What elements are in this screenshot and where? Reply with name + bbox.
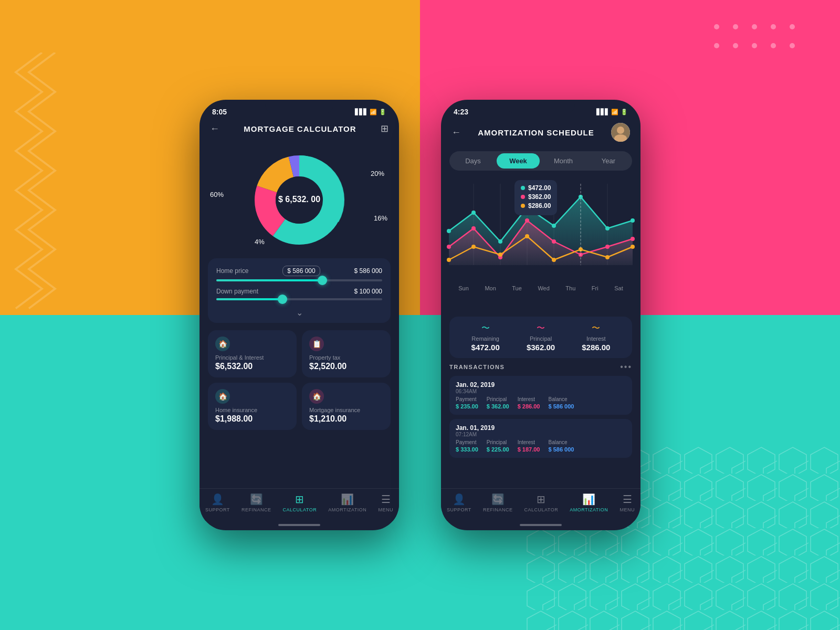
transaction-row-0: Jan. 02, 2019 06:34AM Payment $ 235.00 P… xyxy=(449,376,632,415)
donut-label-4: 4% xyxy=(255,238,265,246)
svg-point-19 xyxy=(447,229,451,233)
chart-area: $472.00 $362.00 $286.00 xyxy=(441,176,640,312)
nav-menu-left[interactable]: ☰ MENU xyxy=(378,493,393,512)
phones-wrapper: 8:05 ▋▋▋ 📶 🔋 ← MORTGAGE CALCULATOR ⊞ xyxy=(0,0,840,630)
txn-interest-header-1: Interest xyxy=(518,439,540,445)
tab-days[interactable]: Days xyxy=(452,153,495,169)
amortization-nav-label-left: AMORTIZATION xyxy=(328,507,366,512)
nav-calculator-right[interactable]: ⊞ CALCULATOR xyxy=(524,493,558,512)
stat-value-interest: $286.00 xyxy=(582,343,610,352)
card-label-0: Principal & Interest xyxy=(215,354,289,361)
donut-label-60: 60% xyxy=(210,191,224,198)
txn-top-1: Jan. 01, 2019 07:12AM xyxy=(456,424,626,437)
calculator-nav-icon-right: ⊞ xyxy=(537,493,545,506)
phone-notch-left xyxy=(265,100,333,114)
txn-interest-1: Interest $ 187.00 xyxy=(518,439,540,453)
tab-month[interactable]: Month xyxy=(542,153,585,169)
nav-amortization-right[interactable]: 📊 AMORTIZATION xyxy=(570,493,608,512)
x-label-mon: Mon xyxy=(485,285,496,291)
x-label-sat: Sat xyxy=(614,285,623,291)
stat-interest: 〜 Interest $286.00 xyxy=(582,323,610,352)
support-nav-icon-right: 👤 xyxy=(453,493,466,506)
nav-refinance-right[interactable]: 🔄 REFINANCE xyxy=(483,493,513,512)
wifi-icon: 📶 xyxy=(370,109,377,116)
card-value-0: $6,532.00 xyxy=(215,362,289,371)
refinance-nav-label: REFINANCE xyxy=(242,507,271,512)
stat-name-remaining: Remaining xyxy=(471,335,500,342)
tooltip-row-2: $286.00 xyxy=(521,202,551,209)
tooltip-dot-1 xyxy=(521,195,525,199)
status-time-left: 8:05 xyxy=(212,108,227,116)
right-phone: 4:23 ▋▋▋ 📶 🔋 ← AMORTIZATION SCHEDULE D xyxy=(441,100,640,530)
back-button-left[interactable]: ← xyxy=(210,123,219,134)
tab-year[interactable]: Year xyxy=(587,153,630,169)
svg-point-34 xyxy=(605,245,610,249)
transactions-title: TRANSACTIONS xyxy=(449,364,505,370)
tooltip-val-0: $472.00 xyxy=(528,184,551,192)
card-icon-0: 🏠 xyxy=(215,337,230,351)
txn-interest-val-1: $ 187.00 xyxy=(518,446,540,453)
down-payment-thumb[interactable] xyxy=(278,295,287,304)
stat-value-principal: $362.00 xyxy=(527,343,555,352)
nav-menu-right[interactable]: ☰ MENU xyxy=(620,493,635,512)
card-icon-1: 📋 xyxy=(309,337,324,351)
calculator-nav-label-right: CALCULATOR xyxy=(524,507,558,512)
refinance-nav-icon: 🔄 xyxy=(250,493,263,506)
amortization-nav-label-right: AMORTIZATION xyxy=(570,507,608,512)
svg-point-21 xyxy=(498,239,502,244)
down-payment-value: $ 100 000 xyxy=(354,288,382,295)
stat-principal: 〜 Principal $362.00 xyxy=(527,323,555,352)
svg-point-37 xyxy=(471,245,476,249)
stat-value-remaining: $472.00 xyxy=(471,343,500,352)
down-payment-row: Down payment $ 100 000 xyxy=(216,288,382,295)
svg-point-42 xyxy=(605,255,610,259)
amortization-nav-icon-right: 📊 xyxy=(582,493,595,506)
home-price-track[interactable] xyxy=(216,279,382,281)
right-phone-content: Days Week Month Year $472.00 $362.00 xyxy=(441,148,640,488)
txn-payment-header-0: Payment xyxy=(456,396,478,402)
nav-amortization-left[interactable]: 📊 AMORTIZATION xyxy=(328,493,366,512)
svg-point-25 xyxy=(605,226,610,230)
tab-week[interactable]: Week xyxy=(497,153,540,169)
txn-principal-header-1: Principal xyxy=(487,439,509,445)
wifi-icon-right: 📶 xyxy=(611,109,618,116)
user-avatar[interactable] xyxy=(611,123,630,142)
wave-icon-principal: 〜 xyxy=(527,323,555,334)
home-price-thumb[interactable] xyxy=(318,276,327,285)
down-payment-track[interactable] xyxy=(216,298,382,300)
card-label-3: Mortgage insurance xyxy=(309,407,383,413)
txn-balance-1: Balance $ 586 000 xyxy=(548,439,574,453)
battery-icon-right: 🔋 xyxy=(621,109,628,116)
filter-icon[interactable]: ⊞ xyxy=(381,123,388,134)
scroll-indicator-left xyxy=(278,524,320,526)
chart-x-labels: Sun Mon Tue Wed Thu Fri Sat xyxy=(446,283,635,291)
status-time-right: 4:23 xyxy=(454,108,468,116)
transactions-menu-dots[interactable]: ••• xyxy=(620,362,632,372)
svg-point-23 xyxy=(552,224,556,228)
card-property-tax: 📋 Property tax $2,520.00 xyxy=(302,330,391,377)
nav-calculator-left[interactable]: ⊞ CALCULATOR xyxy=(282,493,317,512)
transactions-section: TRANSACTIONS ••• Jan. 02, 2019 06:34AM P… xyxy=(441,362,640,488)
x-label-thu: Thu xyxy=(565,285,575,291)
nav-refinance-left[interactable]: 🔄 REFINANCE xyxy=(242,493,271,512)
txn-time-1: 07:12AM xyxy=(456,432,495,437)
calculator-nav-label: CALCULATOR xyxy=(282,507,317,512)
down-payment-label: Down payment xyxy=(216,288,258,295)
expand-arrow[interactable]: ⌄ xyxy=(216,307,382,318)
nav-support-left[interactable]: 👤 SUPPORT xyxy=(205,493,230,512)
card-label-1: Property tax xyxy=(309,354,383,361)
txn-principal-0: Principal $ 362.00 xyxy=(487,396,509,410)
nav-support-right[interactable]: 👤 SUPPORT xyxy=(447,493,471,512)
txn-date-time-1: Jan. 01, 2019 07:12AM xyxy=(456,424,495,437)
menu-nav-label-right: MENU xyxy=(620,507,635,512)
svg-point-39 xyxy=(525,234,529,238)
home-price-value: $ 586 000 xyxy=(354,267,382,275)
calculator-nav-icon: ⊞ xyxy=(295,493,304,506)
signal-icon-right: ▋▋▋ xyxy=(596,109,609,116)
wave-icon-remaining: 〜 xyxy=(471,323,500,334)
txn-cols-0: Payment $ 235.00 Principal $ 362.00 Inte… xyxy=(456,396,626,410)
tooltip-row-1: $362.00 xyxy=(521,193,551,201)
svg-point-29 xyxy=(471,226,476,230)
svg-point-35 xyxy=(631,237,635,241)
back-button-right[interactable]: ← xyxy=(452,127,461,138)
